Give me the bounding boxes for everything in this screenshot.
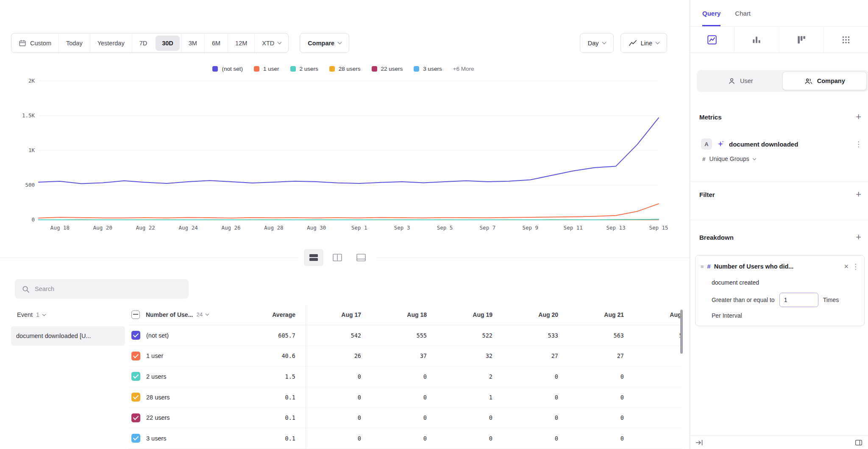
x-tick-label: Aug 24 (179, 224, 198, 231)
drag-handle-icon[interactable]: ≡ (701, 264, 704, 269)
value-cell: 0 (361, 373, 427, 380)
x-tick-label: Sep 9 (522, 224, 538, 231)
breakdown-property-name[interactable]: Number of Users who did... (714, 263, 841, 270)
date-range-xtd[interactable]: XTD (254, 33, 288, 53)
legend-item[interactable]: 28 users (329, 66, 361, 72)
chevron-down-icon[interactable] (206, 312, 209, 316)
breakdown-event[interactable]: document created (712, 279, 859, 286)
collapse-panel-button[interactable] (695, 439, 704, 446)
add-filter-button[interactable]: + (856, 190, 861, 199)
value-cell: 1 (427, 394, 492, 401)
value-cell: 533 (492, 332, 558, 339)
date-range-3m[interactable]: 3M (181, 33, 204, 53)
legend-item[interactable]: (not set) (212, 66, 243, 72)
event-list-item[interactable]: document downloaded [U... (11, 326, 125, 346)
row-checkbox[interactable] (131, 413, 140, 422)
legend-item[interactable]: 22 users (372, 66, 403, 72)
chart-type-bar-tab[interactable] (734, 27, 779, 53)
line-chart[interactable]: 05001K1.5K2KAug 18Aug 20Aug 22Aug 24Aug … (15, 76, 671, 234)
compare-button[interactable]: Compare (300, 33, 349, 53)
table-row: 3 users 0.1 0 0 0 0 0 0 (128, 428, 682, 449)
day-header: Aug 18 (361, 311, 427, 318)
event-list: Event 1 document downloaded [U... (0, 304, 128, 346)
layout-split-vertical-button[interactable] (328, 249, 347, 266)
row-checkbox[interactable] (131, 331, 140, 340)
legend-more-link[interactable]: +6 More (453, 66, 474, 72)
date-range-6m[interactable]: 6M (204, 33, 228, 53)
chart-type-line-tab[interactable] (690, 27, 734, 53)
condition-label[interactable]: Greater than or equal to (712, 297, 775, 303)
date-range-today[interactable]: Today (58, 33, 90, 53)
day-header: Aug 21 (558, 311, 624, 318)
number-type-icon: # (702, 156, 706, 162)
select-all-checkbox[interactable] (131, 310, 140, 319)
x-tick-label: Sep 13 (606, 224, 626, 231)
date-range-yesterday[interactable]: Yesterday (90, 33, 132, 53)
results-table: Number of Use... 24 Average Aug 17 Aug 1… (128, 304, 682, 449)
value-cell: 0 (558, 414, 624, 421)
split-vertical-icon (332, 253, 342, 262)
company-users-icon (804, 77, 813, 85)
panel-tabs: Query Chart (690, 0, 868, 27)
metric-kebab-menu[interactable]: ⋮ (855, 141, 862, 148)
legend-item[interactable]: 3 users (414, 66, 442, 72)
group-header-label[interactable]: Number of Use... (146, 311, 193, 318)
tab-query[interactable]: Query (702, 0, 721, 26)
date-range-12m[interactable]: 12M (228, 33, 254, 53)
table-row: 28 users 0.1 0 0 1 0 0 0 (128, 387, 682, 408)
add-breakdown-button[interactable]: + (856, 233, 861, 242)
row-checkbox[interactable] (131, 352, 140, 360)
date-range-30d[interactable]: 30D (156, 36, 180, 51)
toggle-user[interactable]: User (698, 72, 782, 90)
layout-toggles (299, 249, 376, 266)
value-cell: 0 (492, 394, 558, 401)
toggle-company[interactable]: Company (782, 72, 867, 90)
value-cell: 2 (427, 373, 492, 380)
date-range-label: Custom (30, 40, 51, 47)
legend-swatch (212, 66, 218, 72)
chart-type-funnel-tab[interactable] (779, 27, 823, 53)
x-tick-label: Aug 22 (136, 224, 155, 231)
add-metric-button[interactable]: + (856, 112, 861, 122)
legend-item[interactable]: 2 users (290, 66, 318, 72)
y-tick-label: 1K (28, 147, 35, 153)
calendar-icon (19, 39, 26, 47)
value-cell: 0 (361, 414, 427, 421)
user-icon (728, 77, 736, 85)
value-cell: 0 (295, 414, 361, 421)
toggle-sidebar-button[interactable] (854, 439, 863, 446)
layout-split-horizontal-button[interactable] (304, 249, 323, 266)
tab-chart[interactable]: Chart (735, 0, 751, 26)
search-input[interactable] (35, 285, 182, 292)
breakdown-per-interval[interactable]: Per Interval (712, 312, 859, 319)
metric-row[interactable]: A document downloaded ⋮ (690, 138, 868, 150)
value-cell: 0 (624, 414, 682, 421)
chart-type-more-tab[interactable] (823, 27, 868, 53)
event-list-header[interactable]: Event 1 (0, 304, 128, 325)
day-header: Aug 17 (295, 311, 361, 318)
row-checkbox[interactable] (131, 372, 140, 381)
row-checkbox[interactable] (131, 434, 140, 443)
avg-cell: 0.1 (241, 435, 295, 442)
chevron-down-icon (278, 40, 282, 44)
panel-footer (690, 435, 868, 449)
date-range-custom[interactable]: Custom (11, 33, 58, 53)
legend-item[interactable]: 1 user (254, 66, 279, 72)
group-header-cell: Number of Use... 24 (128, 310, 241, 319)
close-icon[interactable]: × (844, 263, 849, 270)
metric-measure-row: # Unique Groups (690, 153, 868, 164)
granularity-button[interactable]: Day (580, 33, 614, 53)
breakdown-kebab-menu[interactable]: ⋮ (852, 263, 859, 270)
breakdown-section-header: Breakdown + (690, 232, 868, 242)
value-cell: 533 (624, 332, 682, 339)
measure-selector[interactable]: Unique Groups (709, 155, 749, 162)
chart-type-button[interactable]: Line (620, 33, 667, 53)
condition-value-input[interactable] (779, 293, 818, 307)
vertical-scrollbar[interactable] (680, 310, 683, 354)
average-header[interactable]: Average (241, 311, 295, 318)
row-checkbox[interactable] (131, 393, 140, 402)
layout-chart-only-button[interactable] (351, 249, 371, 266)
section-divider (690, 220, 868, 220)
date-range-7d[interactable]: 7D (132, 33, 155, 53)
y-tick-label: 0 (31, 216, 35, 223)
